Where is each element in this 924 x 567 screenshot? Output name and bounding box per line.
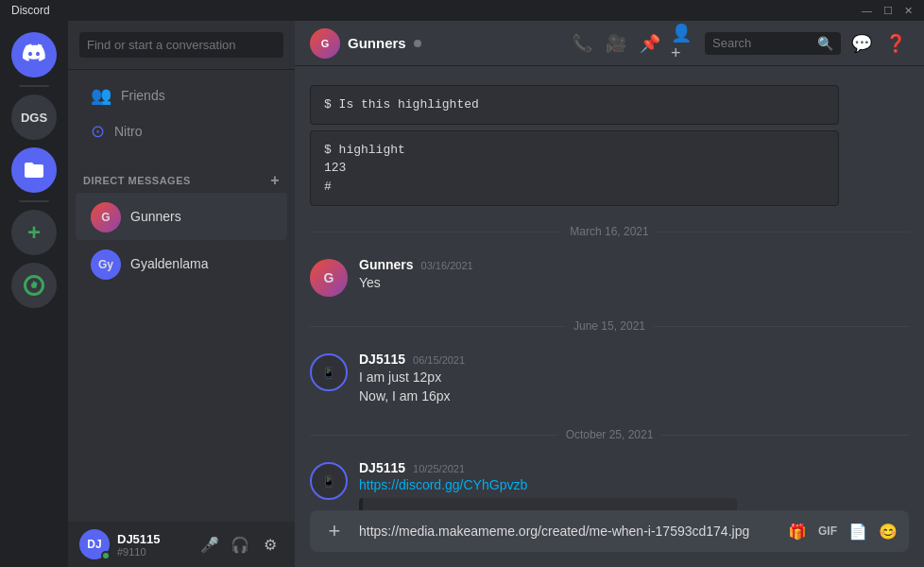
- gunners-msg-header: Gunners 03/16/2021: [359, 257, 909, 272]
- sticker-btn[interactable]: 📄: [845, 518, 871, 544]
- call-btn[interactable]: 📞: [569, 30, 595, 57]
- server-folder[interactable]: [11, 147, 57, 193]
- discord-invite-link[interactable]: https://discord.gg/CYhGpvzb: [359, 477, 527, 492]
- current-user-avatar: DJ: [79, 529, 110, 559]
- dj5115-msg-1-content: DJ5115 06/15/2021 I am just 12px Now, I …: [359, 352, 909, 405]
- gyaldenlama-avatar: Gy: [91, 249, 121, 280]
- dj5115-avatar-1: 📱: [310, 353, 348, 391]
- mute-btn[interactable]: 🎤: [197, 531, 223, 558]
- status-dot: [414, 40, 421, 47]
- close-btn[interactable]: ✕: [904, 5, 913, 17]
- dj5115-msg-2-header: DJ5115 10/25/2021: [359, 460, 909, 475]
- dm-section-header: DIRECT MESSAGES +: [68, 157, 295, 193]
- discord-home-btn[interactable]: [11, 32, 57, 77]
- search-icon: 🔍: [817, 36, 833, 51]
- nitro-nav-item[interactable]: ⊙ Nitro: [76, 113, 287, 149]
- dm-user-gunners[interactable]: G Gunners: [76, 193, 287, 240]
- chat-input[interactable]: [359, 513, 777, 549]
- gunners-msg-avatar: G: [310, 259, 348, 297]
- code-block-1: $ Is this highlighted: [310, 85, 839, 125]
- server-dgs[interactable]: DGS: [11, 94, 57, 140]
- dj5115-msg-line2: Now, I am 16px: [359, 387, 909, 406]
- add-dm-btn[interactable]: +: [270, 172, 280, 189]
- header-actions: 📞 🎥 📌 👤+ 🔍 💬 ❓: [569, 30, 909, 57]
- add-attachment-btn[interactable]: +: [317, 510, 351, 552]
- server-divider-2: [19, 200, 49, 202]
- friends-icon: 👥: [91, 85, 111, 106]
- message-dj5115-2: 📱 DJ5115 10/25/2021 https://discord.gg/C…: [295, 456, 924, 510]
- dj5115-msg-1-header: DJ5115 06/15/2021: [359, 352, 909, 367]
- deafen-btn[interactable]: 🎧: [227, 531, 253, 558]
- dj5115-msg-line1: I am just 12px: [359, 369, 909, 387]
- dj5115-msg-2-content: DJ5115 10/25/2021 https://discord.gg/CYh…: [359, 460, 909, 510]
- add-member-btn[interactable]: 👤+: [671, 30, 697, 57]
- friends-nav-item[interactable]: 👥 Friends: [76, 77, 287, 113]
- input-right-buttons: 🎁 GIF 📄 😊: [784, 518, 901, 544]
- chat-input-area: + 🎁 GIF 📄 😊: [295, 510, 924, 567]
- code-block-2-container: $ highlight 123 #: [310, 130, 856, 207]
- main-chat-area: G Gunners 📞 🎥 📌 👤+ 🔍 💬 ❓: [295, 21, 924, 567]
- help-btn[interactable]: ❓: [882, 30, 909, 57]
- date-divider-1: March 16, 2021: [295, 210, 924, 253]
- code-block-2: $ highlight 123 #: [310, 130, 839, 207]
- title-bar-title: Discord: [11, 4, 862, 17]
- dj5115-avatar-2: 📱: [310, 462, 348, 500]
- add-server-btn[interactable]: +: [11, 210, 57, 255]
- dm-search-input[interactable]: [79, 32, 283, 58]
- gunners-msg-content: Gunners 03/16/2021 Yes: [359, 257, 909, 297]
- header-search-box: 🔍: [705, 32, 841, 55]
- current-user-info: DJ5115 #9110: [117, 532, 189, 558]
- video-btn[interactable]: 🎥: [603, 30, 629, 57]
- nitro-icon: ⊙: [91, 121, 105, 142]
- message-gunners: G Gunners 03/16/2021 Yes: [295, 253, 924, 301]
- gunners-msg-text: Yes: [359, 274, 909, 293]
- settings-btn[interactable]: ⚙: [257, 531, 283, 558]
- chat-header: G Gunners 📞 🎥 📌 👤+ 🔍 💬 ❓: [295, 21, 924, 66]
- date-divider-3: October 25, 2021: [295, 413, 924, 456]
- channel-avatar: G: [310, 28, 340, 59]
- emoji-btn[interactable]: 😊: [875, 518, 901, 544]
- user-controls: 🎤 🎧 ⚙: [197, 531, 283, 558]
- dm-user-gyaldenlama[interactable]: Gy Gyaldenlama: [76, 240, 287, 287]
- dm-sidebar: 👥 Friends ⊙ Nitro DIRECT MESSAGES + G Gu…: [68, 21, 295, 567]
- explore-btn[interactable]: [11, 263, 57, 308]
- message-dj5115-1: 📱 DJ5115 06/15/2021 I am just 12px Now, …: [295, 348, 924, 409]
- dm-nav: 👥 Friends ⊙ Nitro: [68, 70, 295, 157]
- inbox-btn[interactable]: 💬: [848, 30, 875, 57]
- header-search-input[interactable]: [712, 36, 812, 50]
- chat-channel-name: G Gunners: [310, 28, 421, 59]
- chat-messages: $ Is this highlighted $ highlight 123 # …: [295, 66, 924, 510]
- gift-btn[interactable]: 🎁: [784, 518, 811, 544]
- svg-point-1: [31, 283, 37, 288]
- server-divider: [19, 85, 49, 87]
- app-container: Discord — ☐ ✕ DGS +: [0, 0, 924, 567]
- dm-search-area: [68, 21, 295, 70]
- date-divider-2: June 15, 2021: [295, 304, 924, 348]
- minimize-btn[interactable]: —: [862, 5, 872, 17]
- online-status-indicator: [101, 551, 111, 560]
- gif-btn[interactable]: GIF: [814, 518, 841, 544]
- gunners-avatar: G: [91, 202, 121, 232]
- pin-btn[interactable]: 📌: [637, 30, 663, 57]
- maximize-btn[interactable]: ☐: [883, 5, 893, 17]
- chat-input-wrapper: + 🎁 GIF 📄 😊: [310, 510, 909, 552]
- current-user-bar: DJ DJ5115 #9110 🎤 🎧 ⚙: [68, 522, 295, 567]
- server-sidebar: DGS +: [0, 21, 68, 567]
- invite-embed: YOU SENT AN INVITE, BUT... 🔗 Invalid Inv…: [359, 498, 737, 510]
- code-block-1-container: $ Is this highlighted: [310, 85, 856, 125]
